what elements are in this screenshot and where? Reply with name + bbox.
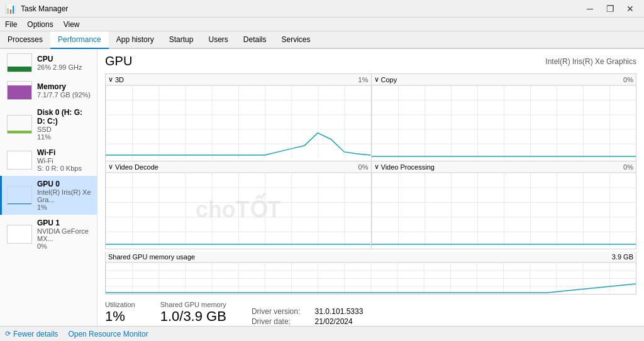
driver-version-label: Driver version:	[252, 307, 315, 317]
shared-gpu-stat: Shared GPU memory 1.0/3.9 GB	[160, 301, 226, 326]
gpu-title: GPU	[105, 54, 132, 68]
cpu-label: CPU	[37, 55, 92, 63]
close-button[interactable]: ✕	[621, 3, 639, 15]
driver-table: Driver version: 31.0.101.5333 Driver dat…	[252, 307, 422, 326]
main-content: CPU 26% 2.99 GHz Memory 7.1/7.7 GB (92%)…	[0, 49, 644, 326]
bottom-charts: ∨ Video Decode 0% choTỐT ∨	[105, 161, 636, 249]
wifi-pct: S: 0 R: 0 Kbps	[37, 165, 92, 172]
driver-info: Driver version: 31.0.101.5333 Driver dat…	[252, 307, 422, 326]
chart-3d: ∨ 3D 1%	[106, 74, 371, 161]
disk-thumbnail	[7, 115, 32, 134]
cpu-sub: 26% 2.99 GHz	[37, 63, 92, 71]
chart-video-decode-line	[106, 173, 371, 246]
driver-date-label: Driver date:	[252, 317, 315, 326]
sidebar-item-disk[interactable]: Disk 0 (H: G: D: C:) SSD 11%	[0, 104, 97, 144]
gpu0-pct: 1%	[37, 203, 92, 211]
window-title: Task Manager	[21, 4, 68, 13]
memory-bar-label: Shared GPU memory usage	[108, 253, 195, 261]
utilization-stat: Utilization 1%	[105, 301, 135, 326]
menu-file[interactable]: File	[0, 19, 22, 30]
bottom-bar: ⟳ Fewer details Open Resource Monitor	[0, 326, 644, 341]
top-charts: ∨ 3D 1% ∨ Copy	[105, 73, 636, 161]
memory-bar-max: 3.9 GB	[612, 253, 633, 261]
chart-video-decode: ∨ Video Decode 0% choTỐT	[106, 161, 371, 249]
gpu0-thumbnail	[7, 186, 32, 205]
chart-copy-header: ∨ Copy 0%	[372, 74, 636, 85]
gpu1-thumbnail	[7, 225, 32, 244]
chart-video-decode-label: Video Decode	[115, 163, 158, 171]
stats-row: Utilization 1% Shared GPU memory 1.0/3.9…	[105, 301, 636, 326]
memory-label: Memory	[37, 82, 92, 91]
chevron-3d-icon[interactable]: ∨	[108, 75, 113, 84]
wifi-thumbnail	[7, 151, 32, 170]
shared-gpu-label: Shared GPU memory	[160, 301, 226, 308]
open-resource-monitor-link[interactable]: Open Resource Monitor	[68, 330, 148, 338]
tab-services[interactable]: Services	[274, 31, 318, 49]
chart-copy-label: Copy	[381, 76, 397, 84]
shared-gpu-value: 1.0/3.9 GB	[160, 308, 226, 325]
tab-startup[interactable]: Startup	[162, 31, 201, 49]
title-bar: 📊 Task Manager ─ ❐ ✕	[0, 0, 644, 18]
utilization-value: 1%	[105, 308, 135, 325]
chart-video-processing-header: ∨ Video Processing 0%	[372, 161, 636, 173]
chart-video-processing: ∨ Video Processing 0%	[371, 161, 636, 249]
gpu0-label: GPU 0	[37, 180, 92, 188]
tab-users[interactable]: Users	[201, 31, 235, 49]
tab-processes[interactable]: Processes	[0, 31, 50, 49]
restore-button[interactable]: ❐	[601, 3, 619, 15]
driver-date-row: Driver date: 21/02/2024	[252, 317, 422, 326]
app-icon: 📊	[5, 4, 16, 14]
gpu1-label: GPU 1	[37, 219, 92, 227]
chart-video-processing-pct: 0%	[623, 163, 633, 171]
sidebar-item-cpu[interactable]: CPU 26% 2.99 GHz	[0, 49, 97, 77]
gpu1-pct: 0%	[37, 242, 92, 250]
tab-details[interactable]: Details	[236, 31, 274, 49]
memory-sub: 7.1/7.7 GB (92%)	[37, 91, 92, 99]
minimize-button[interactable]: ─	[581, 3, 599, 15]
chart-video-decode-pct: 0%	[358, 163, 369, 171]
gpu0-sub: Intel(R) Iris(R) Xe Gra...	[37, 188, 92, 203]
chart-copy: ∨ Copy 0%	[371, 74, 636, 161]
driver-info-group: Driver version: 31.0.101.5333 Driver dat…	[252, 301, 422, 326]
chart-3d-line	[106, 85, 371, 158]
sidebar-item-wifi[interactable]: Wi-Fi Wi-Fi S: 0 R: 0 Kbps	[0, 144, 97, 176]
tab-performance[interactable]: Performance	[50, 31, 109, 49]
memory-bar-line	[106, 263, 636, 294]
fewer-details-link[interactable]: ⟳ Fewer details	[5, 330, 58, 338]
menu-options[interactable]: Options	[22, 19, 58, 30]
gpu-subtitle: Intel(R) Iris(R) Xe Graphics	[545, 57, 636, 66]
window-controls: ─ ❐ ✕	[581, 3, 639, 15]
chart-copy-line	[372, 85, 636, 158]
chart-video-processing-line	[372, 173, 636, 246]
fewer-details-icon: ⟳	[5, 330, 11, 338]
memory-bar-section: Shared GPU memory usage 3.9 GB	[105, 252, 636, 295]
chevron-copy-icon[interactable]: ∨	[374, 75, 379, 84]
memory-thumbnail	[7, 81, 32, 100]
disk-pct: 11%	[37, 133, 92, 141]
chevron-video-processing-icon[interactable]: ∨	[374, 163, 379, 171]
chart-3d-header: ∨ 3D 1%	[106, 74, 371, 85]
tab-apphistory[interactable]: App history	[109, 31, 162, 49]
disk-label: Disk 0 (H: G: D: C:)	[37, 108, 92, 126]
menu-view[interactable]: View	[58, 19, 85, 30]
cpu-thumbnail	[7, 53, 32, 72]
chevron-video-decode-icon[interactable]: ∨	[108, 163, 113, 171]
menu-bar: File Options View	[0, 18, 644, 31]
tab-bar: Processes Performance App history Startu…	[0, 31, 644, 49]
sidebar-item-memory[interactable]: Memory 7.1/7.7 GB (92%)	[0, 77, 97, 104]
wifi-label: Wi-Fi	[37, 148, 92, 157]
wifi-sub: Wi-Fi	[37, 157, 92, 165]
chart-3d-body	[106, 85, 371, 158]
memory-bar-body	[106, 263, 636, 294]
driver-date-value: 21/02/2024	[315, 317, 423, 326]
driver-version-value: 31.0.101.5333	[315, 307, 423, 317]
gpu1-sub: NVIDIA GeForce MX...	[37, 227, 92, 242]
sidebar-item-gpu1[interactable]: GPU 1 NVIDIA GeForce MX... 0%	[0, 215, 97, 254]
chart-copy-pct: 0%	[623, 76, 633, 84]
memory-bar-header: Shared GPU memory usage 3.9 GB	[106, 252, 636, 263]
chart-video-decode-body: choTỐT	[106, 173, 371, 246]
chart-video-decode-header: ∨ Video Decode 0%	[106, 161, 371, 173]
sidebar-item-gpu0[interactable]: GPU 0 Intel(R) Iris(R) Xe Gra... 1%	[0, 176, 97, 215]
chart-3d-label: 3D	[115, 76, 124, 84]
chart-video-processing-label: Video Processing	[381, 163, 435, 171]
